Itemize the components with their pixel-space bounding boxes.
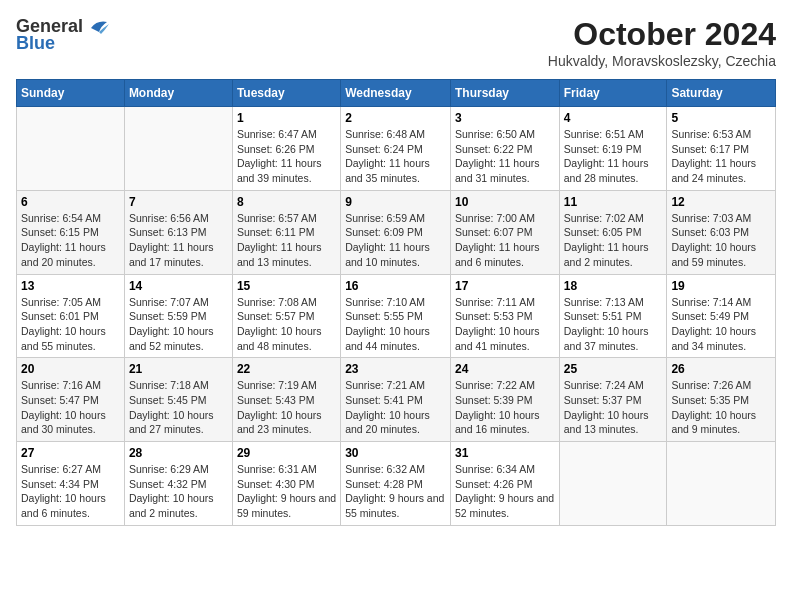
calendar-cell: 31Sunrise: 6:34 AM Sunset: 4:26 PM Dayli…: [450, 442, 559, 526]
calendar-cell: 25Sunrise: 7:24 AM Sunset: 5:37 PM Dayli…: [559, 358, 667, 442]
calendar-cell: 7Sunrise: 6:56 AM Sunset: 6:13 PM Daylig…: [124, 190, 232, 274]
day-info: Sunrise: 6:29 AM Sunset: 4:32 PM Dayligh…: [129, 462, 228, 521]
week-row-0: 1Sunrise: 6:47 AM Sunset: 6:26 PM Daylig…: [17, 107, 776, 191]
day-number: 2: [345, 111, 446, 125]
day-info: Sunrise: 7:18 AM Sunset: 5:45 PM Dayligh…: [129, 378, 228, 437]
calendar-cell: 30Sunrise: 6:32 AM Sunset: 4:28 PM Dayli…: [341, 442, 451, 526]
day-number: 8: [237, 195, 336, 209]
day-number: 1: [237, 111, 336, 125]
day-info: Sunrise: 7:08 AM Sunset: 5:57 PM Dayligh…: [237, 295, 336, 354]
day-number: 9: [345, 195, 446, 209]
calendar-cell: [124, 107, 232, 191]
day-info: Sunrise: 7:26 AM Sunset: 5:35 PM Dayligh…: [671, 378, 771, 437]
day-number: 17: [455, 279, 555, 293]
header-friday: Friday: [559, 80, 667, 107]
day-number: 6: [21, 195, 120, 209]
day-info: Sunrise: 7:24 AM Sunset: 5:37 PM Dayligh…: [564, 378, 663, 437]
day-info: Sunrise: 7:03 AM Sunset: 6:03 PM Dayligh…: [671, 211, 771, 270]
day-info: Sunrise: 6:54 AM Sunset: 6:15 PM Dayligh…: [21, 211, 120, 270]
day-number: 12: [671, 195, 771, 209]
day-number: 26: [671, 362, 771, 376]
day-number: 29: [237, 446, 336, 460]
calendar-cell: 29Sunrise: 6:31 AM Sunset: 4:30 PM Dayli…: [232, 442, 340, 526]
day-number: 18: [564, 279, 663, 293]
day-number: 4: [564, 111, 663, 125]
calendar-cell: 2Sunrise: 6:48 AM Sunset: 6:24 PM Daylig…: [341, 107, 451, 191]
week-row-3: 20Sunrise: 7:16 AM Sunset: 5:47 PM Dayli…: [17, 358, 776, 442]
calendar-cell: 13Sunrise: 7:05 AM Sunset: 6:01 PM Dayli…: [17, 274, 125, 358]
day-info: Sunrise: 6:57 AM Sunset: 6:11 PM Dayligh…: [237, 211, 336, 270]
week-row-2: 13Sunrise: 7:05 AM Sunset: 6:01 PM Dayli…: [17, 274, 776, 358]
calendar-cell: [559, 442, 667, 526]
day-number: 20: [21, 362, 120, 376]
calendar-cell: 8Sunrise: 6:57 AM Sunset: 6:11 PM Daylig…: [232, 190, 340, 274]
calendar-cell: 11Sunrise: 7:02 AM Sunset: 6:05 PM Dayli…: [559, 190, 667, 274]
logo: General Blue: [16, 16, 109, 54]
day-info: Sunrise: 6:48 AM Sunset: 6:24 PM Dayligh…: [345, 127, 446, 186]
day-info: Sunrise: 7:22 AM Sunset: 5:39 PM Dayligh…: [455, 378, 555, 437]
calendar-cell: 24Sunrise: 7:22 AM Sunset: 5:39 PM Dayli…: [450, 358, 559, 442]
day-number: 24: [455, 362, 555, 376]
day-number: 22: [237, 362, 336, 376]
day-number: 15: [237, 279, 336, 293]
day-info: Sunrise: 6:32 AM Sunset: 4:28 PM Dayligh…: [345, 462, 446, 521]
calendar-cell: 20Sunrise: 7:16 AM Sunset: 5:47 PM Dayli…: [17, 358, 125, 442]
calendar-cell: 3Sunrise: 6:50 AM Sunset: 6:22 PM Daylig…: [450, 107, 559, 191]
calendar-cell: 16Sunrise: 7:10 AM Sunset: 5:55 PM Dayli…: [341, 274, 451, 358]
day-info: Sunrise: 6:34 AM Sunset: 4:26 PM Dayligh…: [455, 462, 555, 521]
day-number: 10: [455, 195, 555, 209]
day-number: 11: [564, 195, 663, 209]
header-wednesday: Wednesday: [341, 80, 451, 107]
day-number: 23: [345, 362, 446, 376]
calendar-cell: [17, 107, 125, 191]
calendar-cell: 28Sunrise: 6:29 AM Sunset: 4:32 PM Dayli…: [124, 442, 232, 526]
day-info: Sunrise: 6:27 AM Sunset: 4:34 PM Dayligh…: [21, 462, 120, 521]
day-info: Sunrise: 7:19 AM Sunset: 5:43 PM Dayligh…: [237, 378, 336, 437]
logo-bird-icon: [87, 18, 109, 36]
day-info: Sunrise: 7:02 AM Sunset: 6:05 PM Dayligh…: [564, 211, 663, 270]
calendar-cell: 15Sunrise: 7:08 AM Sunset: 5:57 PM Dayli…: [232, 274, 340, 358]
header-tuesday: Tuesday: [232, 80, 340, 107]
day-info: Sunrise: 6:47 AM Sunset: 6:26 PM Dayligh…: [237, 127, 336, 186]
day-number: 28: [129, 446, 228, 460]
calendar-cell: 12Sunrise: 7:03 AM Sunset: 6:03 PM Dayli…: [667, 190, 776, 274]
calendar-cell: 1Sunrise: 6:47 AM Sunset: 6:26 PM Daylig…: [232, 107, 340, 191]
calendar-cell: 23Sunrise: 7:21 AM Sunset: 5:41 PM Dayli…: [341, 358, 451, 442]
calendar-cell: 19Sunrise: 7:14 AM Sunset: 5:49 PM Dayli…: [667, 274, 776, 358]
calendar-cell: 17Sunrise: 7:11 AM Sunset: 5:53 PM Dayli…: [450, 274, 559, 358]
calendar-cell: 27Sunrise: 6:27 AM Sunset: 4:34 PM Dayli…: [17, 442, 125, 526]
calendar-cell: 26Sunrise: 7:26 AM Sunset: 5:35 PM Dayli…: [667, 358, 776, 442]
day-number: 19: [671, 279, 771, 293]
day-info: Sunrise: 7:16 AM Sunset: 5:47 PM Dayligh…: [21, 378, 120, 437]
month-title: October 2024: [548, 16, 776, 53]
day-info: Sunrise: 6:59 AM Sunset: 6:09 PM Dayligh…: [345, 211, 446, 270]
day-number: 7: [129, 195, 228, 209]
calendar-cell: [667, 442, 776, 526]
day-info: Sunrise: 6:50 AM Sunset: 6:22 PM Dayligh…: [455, 127, 555, 186]
header-sunday: Sunday: [17, 80, 125, 107]
day-number: 25: [564, 362, 663, 376]
calendar-cell: 14Sunrise: 7:07 AM Sunset: 5:59 PM Dayli…: [124, 274, 232, 358]
title-area: October 2024 Hukvaldy, Moravskoslezsky, …: [548, 16, 776, 69]
day-info: Sunrise: 6:31 AM Sunset: 4:30 PM Dayligh…: [237, 462, 336, 521]
calendar-cell: 5Sunrise: 6:53 AM Sunset: 6:17 PM Daylig…: [667, 107, 776, 191]
calendar-cell: 6Sunrise: 6:54 AM Sunset: 6:15 PM Daylig…: [17, 190, 125, 274]
calendar-cell: 10Sunrise: 7:00 AM Sunset: 6:07 PM Dayli…: [450, 190, 559, 274]
day-number: 5: [671, 111, 771, 125]
day-number: 27: [21, 446, 120, 460]
page-header: General Blue October 2024 Hukvaldy, Mora…: [16, 16, 776, 69]
logo-blue: Blue: [16, 33, 55, 54]
day-info: Sunrise: 6:51 AM Sunset: 6:19 PM Dayligh…: [564, 127, 663, 186]
calendar-table: SundayMondayTuesdayWednesdayThursdayFrid…: [16, 79, 776, 526]
day-info: Sunrise: 7:10 AM Sunset: 5:55 PM Dayligh…: [345, 295, 446, 354]
calendar-cell: 18Sunrise: 7:13 AM Sunset: 5:51 PM Dayli…: [559, 274, 667, 358]
day-info: Sunrise: 7:00 AM Sunset: 6:07 PM Dayligh…: [455, 211, 555, 270]
day-info: Sunrise: 6:53 AM Sunset: 6:17 PM Dayligh…: [671, 127, 771, 186]
day-info: Sunrise: 7:14 AM Sunset: 5:49 PM Dayligh…: [671, 295, 771, 354]
day-info: Sunrise: 7:07 AM Sunset: 5:59 PM Dayligh…: [129, 295, 228, 354]
day-number: 14: [129, 279, 228, 293]
day-number: 21: [129, 362, 228, 376]
calendar-cell: 21Sunrise: 7:18 AM Sunset: 5:45 PM Dayli…: [124, 358, 232, 442]
calendar-cell: 9Sunrise: 6:59 AM Sunset: 6:09 PM Daylig…: [341, 190, 451, 274]
week-row-4: 27Sunrise: 6:27 AM Sunset: 4:34 PM Dayli…: [17, 442, 776, 526]
